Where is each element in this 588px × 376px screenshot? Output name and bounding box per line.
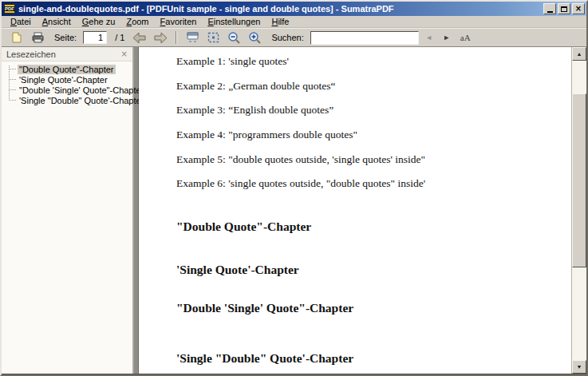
title-bar[interactable]: PDF single-and-doublequotes.pdf - [PDFUn… [2, 2, 586, 16]
sidebar-close-icon[interactable]: × [121, 49, 128, 58]
chapter-heading: "Double Quote"-Chapter [176, 220, 311, 234]
example-line: Example 3: “English double quotes” [176, 104, 333, 117]
example-line: Example 2: „German double quotes“ [176, 80, 335, 93]
close-icon: × [575, 5, 582, 13]
scrollbar-thumb[interactable] [572, 93, 586, 267]
fit-page-icon [207, 32, 219, 43]
page-number-input[interactable] [83, 31, 107, 44]
bookmark-label[interactable]: 'Single Quote'-Chapter [18, 75, 109, 85]
bookmark-label[interactable]: 'Single "Double" Quote'-Chapter [18, 96, 145, 105]
previous-page-button[interactable] [131, 30, 148, 46]
menu-favoriten[interactable]: Favoriten [155, 16, 203, 27]
fit-page-button[interactable] [204, 30, 222, 46]
pdf-page: Example 1: 'single quotes' Example 2: „G… [139, 47, 571, 374]
menu-ansicht[interactable]: Ansicht [37, 16, 77, 27]
close-button[interactable]: × [572, 3, 585, 14]
next-page-button[interactable] [152, 30, 169, 46]
bookmarks-tree: "Double Quote"-Chapter 'Single Quote'-Ch… [2, 61, 132, 105]
chapter-heading: "Double 'Single' Quote"-Chapter [176, 301, 353, 315]
page-label: Seite: [49, 33, 80, 42]
search-input[interactable] [310, 31, 419, 45]
print-button[interactable] [29, 30, 46, 46]
menu-einstellungen[interactable]: Einstellungen [202, 16, 266, 27]
maximize-button[interactable] [558, 3, 570, 14]
example-line: Example 6: 'single quotes outside, "doub… [176, 177, 425, 190]
maximize-icon [561, 6, 567, 12]
zoom-in-icon [248, 31, 262, 44]
bookmark-item[interactable]: 'Single "Double" Quote'-Chapter [6, 95, 132, 105]
example-line: Example 4: "programmers double quotes" [176, 129, 357, 141]
open-file-button[interactable] [8, 30, 26, 46]
main-area: Lesezeichen × "Double Quote"-Chapter 'Si… [2, 47, 586, 374]
zoom-out-button[interactable] [225, 30, 243, 46]
sidebar-title: Lesezeichen [6, 49, 121, 59]
match-case-button[interactable]: aA [457, 33, 471, 42]
open-file-icon [10, 31, 23, 44]
menu-zoom[interactable]: Zoom [120, 16, 154, 27]
print-icon [31, 31, 45, 44]
scrollbar-track[interactable] [572, 61, 586, 360]
sumatra-pdf-window: PDF single-and-doublequotes.pdf - [PDFUn… [0, 0, 588, 376]
scroll-down-button[interactable]: ▼ [572, 360, 586, 374]
page-total: / 1 [110, 33, 128, 42]
chapter-heading: 'Single "Double" Quote'-Chapter [176, 351, 353, 366]
sidebar-header: Lesezeichen × [2, 47, 132, 61]
find-previous-button[interactable]: ◄ [422, 34, 436, 42]
minimize-button[interactable] [543, 3, 556, 14]
example-line: Example 5: "double quotes outside, 'sing… [176, 153, 425, 166]
bookmark-label[interactable]: "Double 'Single' Quote"-Chapter [18, 85, 145, 95]
toolbar-separator [176, 31, 177, 44]
zoom-out-icon [227, 31, 241, 44]
window-title: single-and-doublequotes.pdf - [PDFUnit s… [18, 4, 543, 14]
find-next-button[interactable]: ► [440, 34, 454, 42]
vertical-scrollbar[interactable]: ▲ ▼ [571, 47, 586, 374]
zoom-in-button[interactable] [246, 30, 263, 46]
previous-page-icon [132, 32, 147, 44]
menu-bar: Datei Ansicht Gehe zu Zoom Favoriten Ein… [2, 16, 586, 28]
bookmark-item[interactable]: "Double Quote"-Chapter [6, 64, 132, 74]
search-label: Suchen: [266, 33, 306, 42]
bookmark-item[interactable]: "Double 'Single' Quote"-Chapter [6, 85, 132, 95]
bookmarks-sidebar: Lesezeichen × "Double Quote"-Chapter 'Si… [2, 47, 133, 374]
app-icon-label: PDF [4, 6, 15, 11]
fit-width-icon [187, 32, 199, 43]
fit-width-button[interactable] [184, 30, 201, 46]
menu-gehe-zu[interactable]: Gehe zu [77, 16, 121, 27]
bookmark-item[interactable]: 'Single Quote'-Chapter [6, 74, 132, 85]
menu-datei[interactable]: Datei [5, 16, 37, 27]
next-page-icon [153, 32, 168, 44]
menu-hilfe[interactable]: Hilfe [266, 16, 294, 27]
chapter-heading: 'Single Quote'-Chapter [176, 263, 299, 277]
scroll-up-button[interactable]: ▲ [572, 47, 586, 61]
minimize-icon [547, 11, 553, 13]
app-icon: PDF [4, 4, 15, 14]
toolbar: Seite: / 1 [2, 28, 586, 47]
bookmark-label[interactable]: "Double Quote"-Chapter [18, 65, 116, 74]
example-line: Example 1: 'single quotes' [176, 55, 289, 68]
